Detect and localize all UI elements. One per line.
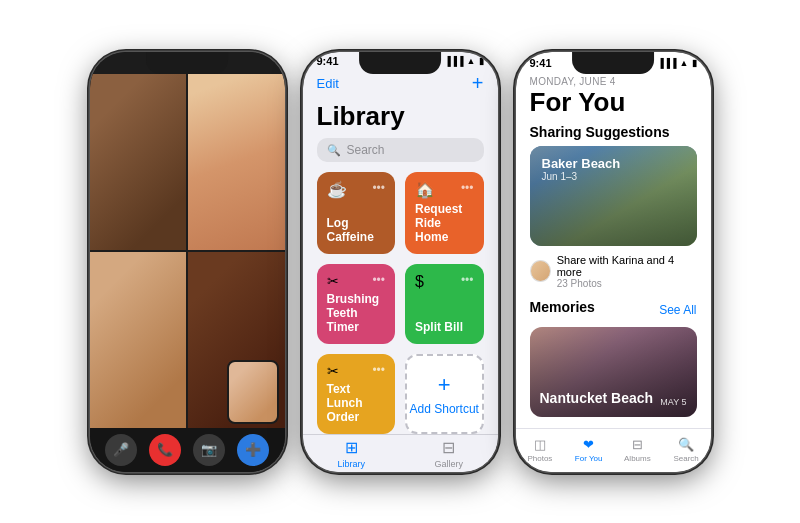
gallery-tab-icon: ⊟ xyxy=(442,438,455,457)
shortcuts-search-bar[interactable]: 🔍 Search xyxy=(317,138,484,162)
notch-3 xyxy=(572,52,654,74)
sharing-section-title: Sharing Suggestions xyxy=(530,124,697,140)
foryou-tab-label: For You xyxy=(575,454,603,463)
shortcuts-add-btn[interactable]: + xyxy=(472,72,484,95)
photos-search-tab-icon: 🔍 xyxy=(678,437,694,452)
shortcut-log-caffeine[interactable]: ☕ ••• Log Caffeine xyxy=(317,172,396,254)
battery-icon: ▮ xyxy=(479,56,484,66)
library-tab-label: Library xyxy=(337,459,365,469)
notch-2 xyxy=(359,52,441,74)
tile-icon-bill: $ xyxy=(415,274,424,290)
notch-1 xyxy=(146,52,228,74)
tile-icon-ride: 🏠 xyxy=(415,182,435,198)
wifi-icon: ▲ xyxy=(467,56,476,66)
suggestion-name: Baker Beach xyxy=(542,156,621,171)
photos-wifi-icon: ▲ xyxy=(680,58,689,68)
tile-icon-teeth: ✂ xyxy=(327,274,339,288)
facetime-cell-bottomleft xyxy=(90,252,187,428)
facetime-video-btn[interactable]: 📷 xyxy=(193,434,225,466)
memories-card-date: MAY 5 xyxy=(660,397,686,407)
suggestion-date: Jun 1–3 xyxy=(542,171,621,182)
photos-phone: 9:41 ▐▐▐ ▲ ▮ Monday, June 4 For You Shar… xyxy=(516,52,711,472)
tile-icon-lunch: ✂ xyxy=(327,364,339,378)
signal-icon: ▐▐▐ xyxy=(444,56,463,66)
shortcuts-screen-wrapper: 9:41 ▐▐▐ ▲ ▮ Edit + Library 🔍 xyxy=(303,52,498,472)
person-bottomleft xyxy=(90,252,187,428)
shortcuts-time: 9:41 xyxy=(317,55,339,67)
tile-name-bill: Split Bill xyxy=(415,320,474,334)
albums-tab-label: Albums xyxy=(624,454,651,463)
search-placeholder: Search xyxy=(347,143,385,157)
photos-tab-photos[interactable]: ◫ Photos xyxy=(516,437,565,463)
search-icon: 🔍 xyxy=(327,144,341,157)
photos-screen-wrapper: 9:41 ▐▐▐ ▲ ▮ Monday, June 4 For You Shar… xyxy=(516,52,711,472)
sharing-info-row: Share with Karina and 4 more 23 Photos xyxy=(530,254,697,289)
memories-card[interactable]: Nantucket Beach MAY 5 xyxy=(530,327,697,417)
shortcuts-phone: 9:41 ▐▐▐ ▲ ▮ Edit + Library 🔍 xyxy=(303,52,498,472)
foryou-tab-icon: ❤ xyxy=(583,437,594,452)
memories-card-title: Nantucket Beach xyxy=(540,390,654,407)
photos-search-tab-label: Search xyxy=(673,454,698,463)
shortcut-brushing-teeth[interactable]: ✂ ••• Brushing Teeth Timer xyxy=(317,264,396,344)
add-shortcut-tile[interactable]: + Add Shortcut xyxy=(405,354,484,434)
shortcuts-tab-gallery[interactable]: ⊟ Gallery xyxy=(400,438,498,469)
tile-dots-ride[interactable]: ••• xyxy=(461,182,474,194)
facetime-cell-topleft xyxy=(90,74,187,250)
library-tab-icon: ⊞ xyxy=(345,438,358,457)
facetime-self-view xyxy=(227,360,279,424)
memories-title: Memories xyxy=(530,299,595,315)
shortcut-text-lunch[interactable]: ✂ ••• Text Lunch Order xyxy=(317,354,396,434)
photos-count: 23 Photos xyxy=(557,278,697,289)
photos-battery-icon: ▮ xyxy=(692,58,697,68)
share-avatar xyxy=(530,260,551,282)
person-topleft xyxy=(90,74,187,250)
photos-signal-icon: ▐▐▐ xyxy=(657,58,676,68)
add-shortcut-label: Add Shortcut xyxy=(410,402,479,416)
shortcut-request-ride[interactable]: 🏠 ••• Request Ride Home xyxy=(405,172,484,254)
tile-icon-caffeine: ☕ xyxy=(327,182,347,198)
shortcuts-tab-library[interactable]: ⊞ Library xyxy=(303,438,401,469)
photos-tab-albums[interactable]: ⊟ Albums xyxy=(613,437,662,463)
shortcuts-grid: ☕ ••• Log Caffeine 🏠 ••• Request Ride Ho… xyxy=(303,172,498,434)
facetime-screen: 🎤 📞 📷 ➕ xyxy=(90,52,285,472)
photos-tab-label: Photos xyxy=(527,454,552,463)
share-with-text: Share with Karina and 4 more xyxy=(557,254,697,278)
photos-status-icons: ▐▐▐ ▲ ▮ xyxy=(657,58,696,68)
tile-dots-lunch[interactable]: ••• xyxy=(372,364,385,376)
phones-container: 🎤 📞 📷 ➕ 9:41 ▐▐▐ ▲ ▮ xyxy=(0,0,800,523)
tile-dots-teeth[interactable]: ••• xyxy=(372,274,385,286)
facetime-add-btn[interactable]: ➕ xyxy=(237,434,269,466)
shortcuts-status-icons: ▐▐▐ ▲ ▮ xyxy=(444,56,483,66)
photos-header: Monday, June 4 For You xyxy=(516,74,711,124)
shortcuts-title: Library xyxy=(303,101,498,138)
tile-name-teeth: Brushing Teeth Timer xyxy=(327,292,386,334)
facetime-cell-topright xyxy=(188,74,285,250)
photos-tab-icon: ◫ xyxy=(534,437,546,452)
facetime-end-btn[interactable]: 📞 xyxy=(149,434,181,466)
photos-date: Monday, June 4 xyxy=(530,76,697,87)
albums-tab-icon: ⊟ xyxy=(632,437,643,452)
tile-dots-bill[interactable]: ••• xyxy=(461,274,474,286)
memories-see-all[interactable]: See All xyxy=(659,303,696,317)
suggestion-text: Baker Beach Jun 1–3 xyxy=(542,156,621,182)
facetime-phone: 🎤 📞 📷 ➕ xyxy=(90,52,285,472)
shortcut-split-bill[interactable]: $ ••• Split Bill xyxy=(405,264,484,344)
shortcuts-header: Edit + xyxy=(303,70,498,101)
shortcuts-edit-btn[interactable]: Edit xyxy=(317,76,339,91)
memories-header: Memories See All xyxy=(530,299,697,321)
photos-title: For You xyxy=(530,87,697,118)
facetime-controls: 🎤 📞 📷 ➕ xyxy=(90,428,285,472)
photos-tab-search[interactable]: 🔍 Search xyxy=(662,437,711,463)
tile-name-ride: Request Ride Home xyxy=(415,202,474,244)
shortcuts-tab-bar: ⊞ Library ⊟ Gallery xyxy=(303,434,498,472)
photos-tab-bar: ◫ Photos ❤ For You ⊟ Albums 🔍 Search xyxy=(516,428,711,472)
gallery-tab-label: Gallery xyxy=(434,459,463,469)
add-shortcut-plus-icon: + xyxy=(438,372,451,398)
tile-name-caffeine: Log Caffeine xyxy=(327,216,386,244)
person-main xyxy=(188,74,285,250)
facetime-mute-btn[interactable]: 🎤 xyxy=(105,434,137,466)
tile-dots-caffeine[interactable]: ••• xyxy=(372,182,385,194)
sharing-suggestion-card[interactable]: Baker Beach Jun 1–3 xyxy=(530,146,697,246)
photos-tab-foryou[interactable]: ❤ For You xyxy=(564,437,613,463)
photos-time: 9:41 xyxy=(530,57,552,69)
